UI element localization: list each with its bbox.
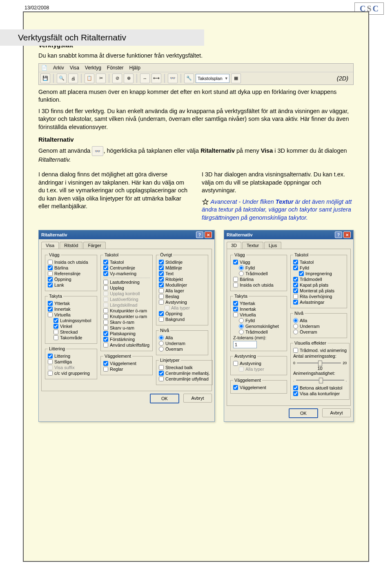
checkbox-rita-verh-jning[interactable]: Rita överhöjning xyxy=(293,294,344,299)
checkbox-takstol[interactable]: Takstol xyxy=(103,260,150,265)
radio-underram[interactable]: Underram xyxy=(293,324,344,329)
tab-ljus[interactable]: Ljus xyxy=(264,242,281,249)
menu-item[interactable]: Verktyg xyxy=(85,65,101,71)
toolbar-button[interactable]: 💾 xyxy=(40,73,50,83)
checkbox-streckad-balk[interactable]: Streckad balk xyxy=(159,365,210,370)
checkbox-yttertak[interactable]: Yttertak xyxy=(233,301,284,306)
checkbox-monterat-p-plats[interactable]: Monterat på plats xyxy=(293,288,344,293)
toolbar-button[interactable]: 🖨 xyxy=(68,73,78,83)
checkbox-lank[interactable]: Lank xyxy=(48,283,94,287)
checkbox-insida-och-utsida[interactable]: Insida och utsida xyxy=(48,260,94,265)
checkbox-takomr-de[interactable]: Takområde xyxy=(53,335,94,340)
checkbox-streckad[interactable]: Streckad xyxy=(53,330,94,334)
radio--verram[interactable]: Överram xyxy=(159,347,205,352)
checkbox-virtuella[interactable]: Virtuella xyxy=(48,312,94,317)
toolbar-button[interactable]: 🔍 xyxy=(57,73,67,83)
checkbox-lutningssymbol[interactable]: Lutningssymbol xyxy=(53,318,94,323)
checkbox-skarv-ram[interactable]: Skarv ö-ram xyxy=(103,320,150,325)
toolbar-button[interactable]: 📋 xyxy=(85,73,94,83)
radio-alla[interactable]: Alla xyxy=(159,335,205,340)
help-button[interactable]: ? xyxy=(196,232,203,238)
checkbox-fylld[interactable]: Fylld xyxy=(293,265,344,270)
anim-speed-slider[interactable]: . . xyxy=(293,376,347,385)
checkbox-kapat-p-plats[interactable]: Kapat på plats xyxy=(293,283,344,287)
menu-item[interactable]: Visa xyxy=(70,65,79,71)
checkbox-virtuella[interactable]: Virtuella xyxy=(233,312,284,317)
checkbox-v-ggelement[interactable]: Väggelement xyxy=(103,361,150,366)
z-tolerance-input[interactable] xyxy=(233,341,257,348)
view-combo[interactable]: Takstolsplan xyxy=(196,74,229,83)
checkbox-knutpunkter-u-ram[interactable]: Knutpunkter u-ram xyxy=(103,314,150,319)
help-button[interactable]: ? xyxy=(335,232,342,238)
ok-button[interactable]: OK xyxy=(289,408,318,418)
checkbox-innertak[interactable]: Innertak xyxy=(48,307,94,312)
menu-item[interactable]: Arkiv xyxy=(53,65,64,71)
tab-textur[interactable]: Textur xyxy=(242,242,263,249)
checkbox-beslag[interactable]: Beslag xyxy=(159,294,205,299)
checkbox-littering[interactable]: Littering xyxy=(48,354,94,358)
checkbox-upplag[interactable]: Upplag xyxy=(103,285,150,290)
radio-fylld[interactable]: Fylld xyxy=(239,318,284,323)
checkbox--ppning[interactable]: Öppning xyxy=(159,311,205,316)
toolbar-button[interactable]: ⊘ xyxy=(112,73,122,83)
toolbar-button[interactable]: ✂ xyxy=(96,73,106,83)
menu-item[interactable]: Hjälp xyxy=(129,65,140,71)
checkbox-c-c-vid-gruppering[interactable]: c/c vid gruppering xyxy=(48,371,94,376)
checkbox-platskapning[interactable]: Platskapning xyxy=(103,331,150,336)
checkbox-alla-lager[interactable]: Alla lager xyxy=(159,288,205,293)
checkbox-avlastningar[interactable]: Avlastningar xyxy=(293,300,344,305)
checkbox-b-rlina[interactable]: Bärlina xyxy=(233,277,284,282)
checkbox-v-gg[interactable]: Vägg xyxy=(233,260,284,265)
cancel-button[interactable]: Avbryt xyxy=(183,394,212,403)
checkbox-text[interactable]: Text xyxy=(159,271,205,276)
toolbar-button[interactable]: ↔ xyxy=(140,73,150,83)
cancel-button[interactable]: Avbryt xyxy=(322,408,351,417)
checkbox-knutpunkter-ram[interactable]: Knutpunkter ö-ram xyxy=(103,308,150,313)
checkbox-impregnering[interactable]: Impregnering xyxy=(299,271,344,276)
checkbox-ritobjekt[interactable]: Ritobjekt xyxy=(159,277,205,282)
checkbox-takstol[interactable]: Takstol xyxy=(293,260,344,265)
checkbox-lastutbredning[interactable]: Lastutbredning xyxy=(103,280,150,285)
checkbox-tr-dmod-vid-animering[interactable]: Trådmod. vid animering xyxy=(293,348,347,353)
checkbox-avstyvning[interactable]: Avstyvning xyxy=(233,361,284,366)
checkbox-yttertak[interactable]: Yttertak xyxy=(48,301,94,306)
toolbar-button[interactable]: ▦ xyxy=(231,73,241,83)
close-button[interactable]: ✕ xyxy=(343,232,351,238)
toolbar-button[interactable]: 🔧 xyxy=(184,73,194,83)
radio-fylld[interactable]: Fylld xyxy=(239,265,284,270)
checkbox-insida-och-utsida[interactable]: Insida och utsida xyxy=(233,283,284,287)
ok-button[interactable]: OK xyxy=(150,394,179,403)
checkbox-avstyvning[interactable]: Avstyvning xyxy=(159,300,205,305)
checkbox-f-rst-rkning[interactable]: Förstärkning xyxy=(103,337,150,342)
checkbox-samtliga[interactable]: Samtliga xyxy=(48,359,94,364)
checkbox-bakgrund[interactable]: Bakgrund xyxy=(159,317,205,322)
checkbox-anv-nd-utskriftsf-rg[interactable]: Använd utskriftsfärg xyxy=(103,343,150,347)
checkbox-visa-alla-konturlinjer[interactable]: Visa alla konturlinjer xyxy=(293,391,347,396)
checkbox-v-ggelement[interactable]: Väggelement xyxy=(233,385,284,390)
glasses-icon[interactable]: 👓 xyxy=(168,73,178,83)
checkbox-m-ttlinje[interactable]: Måttlinje xyxy=(159,265,205,270)
checkbox-referenslinje[interactable]: Referenslinje xyxy=(48,271,94,276)
tab-ritstod[interactable]: Ritstöd xyxy=(60,242,82,249)
toolbar-button[interactable]: ⟷ xyxy=(151,73,161,83)
checkbox-skarv-u-ram[interactable]: Skarv u-ram xyxy=(103,325,150,330)
radio--verram[interactable]: Överram xyxy=(293,330,344,334)
tab-3d[interactable]: 3D xyxy=(227,242,241,249)
toolbar-button[interactable]: ⊕ xyxy=(124,73,134,83)
checkbox-vy-markering[interactable]: Vy-markering xyxy=(103,271,150,276)
checkbox-betona-aktuell-takstol[interactable]: Betona aktuell takstol xyxy=(293,385,347,390)
radio-alla[interactable]: Alla xyxy=(293,318,344,323)
checkbox-b-rlina[interactable]: Bärlina xyxy=(48,265,94,270)
checkbox--ppning[interactable]: Öppning xyxy=(48,277,94,282)
checkbox-st-dlinje[interactable]: Stödlinje xyxy=(159,260,205,265)
glasses-icon[interactable]: 👓 xyxy=(92,146,103,156)
radio-underram[interactable]: Underram xyxy=(159,341,205,346)
checkbox-tr-dmodell[interactable]: Trådmodell xyxy=(293,277,344,282)
checkbox-vinkel[interactable]: Vinkel xyxy=(53,324,94,329)
checkbox-centrumlinje[interactable]: Centrumlinje xyxy=(103,265,150,270)
checkbox-centrumlinje-utfyllnad[interactable]: Centrumlinje utfyllnad xyxy=(159,376,210,381)
radio-genomskinlighet[interactable]: Genomskinlighet xyxy=(239,324,284,329)
radio-tr-dmodell[interactable]: Trådmodell xyxy=(239,330,284,334)
menu-item[interactable]: Fönster xyxy=(107,65,124,71)
checkbox-centrumlinje-mellanbj-[interactable]: Centrumlinje mellanbj. xyxy=(159,371,210,376)
